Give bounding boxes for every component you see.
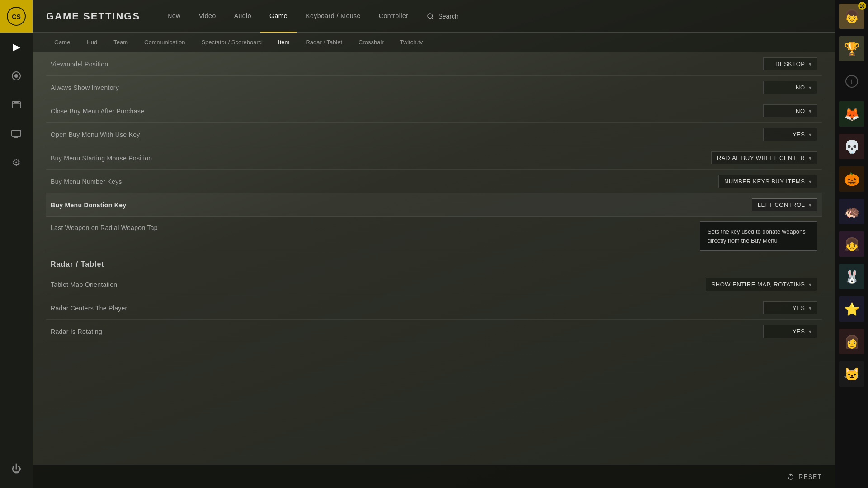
setting-label-number-keys: Buy Menu Number Keys [51,178,122,185]
sidebar-power-icon[interactable]: ⏻ [0,455,33,483]
avatar-8[interactable]: 👧 [835,228,868,260]
reset-button[interactable]: RESET [787,473,822,481]
chevron-down-icon: ▾ [809,328,812,335]
subnav-item[interactable]: Item [270,33,297,52]
setting-close-buy-menu: Close Buy Menu After Purchase NO ▾ [46,99,822,123]
search-label: Search [438,13,458,20]
setting-viewmodel-position: Viewmodel Position DESKTOP ▾ [46,52,822,76]
chevron-down-icon: ▾ [809,108,812,114]
avatar-4[interactable]: 🦊 [835,98,868,130]
svg-rect-4 [12,102,20,108]
reset-icon [787,473,795,481]
search-icon [426,12,434,20]
setting-label-mouse-pos: Buy Menu Starting Mouse Position [51,155,152,162]
chevron-down-icon: ▾ [809,282,812,288]
setting-label-open-buy: Open Buy Menu With Use Key [51,131,140,138]
subnav-spectator[interactable]: Spectator / Scoreboard [193,33,270,52]
avatar-5[interactable]: 💀 [835,130,868,163]
tooltip-donate-weapons: Sets the key used to donate weapons dire… [700,221,817,251]
setting-tablet-map-orientation: Tablet Map Orientation SHOW ENTIRE MAP, … [46,273,822,296]
bottom-bar: RESET [33,465,835,488]
setting-value-inventory[interactable]: NO ▾ [763,81,817,94]
main-content: GAME SETTINGS New Video Audio Game Keybo… [33,0,835,488]
subnav-crosshair[interactable]: Crosshair [350,33,392,52]
sidebar-play-icon[interactable]: ▶ [0,33,33,61]
radar-section-header: Radar / Tablet [46,251,822,273]
setting-value-radar-centers[interactable]: YES ▾ [763,301,817,314]
setting-label-close-buy: Close Buy Menu After Purchase [51,108,144,115]
setting-label-donation-key: Buy Menu Donation Key [51,202,126,209]
setting-label-viewmodel: Viewmodel Position [51,61,108,68]
setting-value-tablet-map[interactable]: SHOW ENTIRE MAP, ROTATING ▾ [706,278,817,291]
nav-video[interactable]: Video [190,0,225,33]
page-title: GAME SETTINGS [46,10,140,22]
svg-point-3 [16,75,17,77]
chevron-down-icon: ▾ [809,178,812,185]
subnav-team[interactable]: Team [105,33,136,52]
avatar-9[interactable]: 🐰 [835,260,868,293]
nav-new[interactable]: New [158,0,190,33]
chevron-down-icon: ▾ [809,202,812,208]
setting-value-mouse-pos[interactable]: RADIAL BUY WHEEL CENTER ▾ [711,151,817,164]
setting-buy-menu-number-keys: Buy Menu Number Keys NUMBER KEYS BUY ITE… [46,170,822,193]
setting-value-close-buy[interactable]: NO ▾ [763,104,817,117]
avatar-6[interactable]: 🎃 [835,163,868,195]
search-bar[interactable]: Search [426,12,458,20]
setting-value-number-keys[interactable]: NUMBER KEYS BUY ITEMS ▾ [718,175,817,188]
setting-label-radar-rotating: Radar Is Rotating [51,328,102,335]
svg-line-11 [432,18,434,19]
chevron-down-icon: ▾ [809,61,812,67]
avatar-badge-1: 10 [858,2,866,10]
subnav-game[interactable]: Game [46,33,78,52]
setting-label-inventory: Always Show Inventory [51,84,119,91]
chevron-down-icon: ▾ [809,305,812,311]
subnav-communication[interactable]: Communication [136,33,193,52]
setting-value-radar-rotating[interactable]: YES ▾ [763,325,817,338]
avatar-12[interactable]: 🐱 [835,358,868,390]
setting-label-tablet-map: Tablet Map Orientation [51,281,117,288]
nav-controller[interactable]: Controller [370,0,418,33]
svg-rect-5 [14,101,19,103]
setting-last-weapon-radial: Last Weapon on Radial Weapon Tap Sets th… [46,217,822,251]
setting-always-show-inventory: Always Show Inventory NO ▾ [46,76,822,99]
subnav-hud[interactable]: Hud [78,33,105,52]
nav-game[interactable]: Game [260,0,297,33]
avatar-1[interactable]: 👦 10 [835,0,868,33]
setting-value-open-buy[interactable]: YES ▾ [763,128,817,141]
svg-point-10 [428,14,433,19]
nav-items: New Video Audio Game Keyboard / Mouse Co… [158,0,822,33]
sidebar-settings-icon[interactable]: ⚙ [0,148,33,177]
settings-area: Viewmodel Position DESKTOP ▾ Always Show… [33,52,835,465]
sub-nav: Game Hud Team Communication Spectator / … [33,33,835,52]
avatar-7[interactable]: 🦔 [835,195,868,228]
avatar-11[interactable]: 👩 [835,325,868,358]
setting-open-buy-menu: Open Buy Menu With Use Key YES ▾ [46,123,822,146]
setting-value-viewmodel[interactable]: DESKTOP ▾ [763,57,817,70]
sidebar-tv-icon[interactable] [0,119,33,148]
setting-radar-rotating: Radar Is Rotating YES ▾ [46,320,822,343]
subnav-radar[interactable]: Radar / Tablet [297,33,350,52]
setting-radar-centers-player: Radar Centers The Player YES ▾ [46,296,822,320]
nav-keyboard-mouse[interactable]: Keyboard / Mouse [297,0,370,33]
top-nav: GAME SETTINGS New Video Audio Game Keybo… [33,0,835,33]
sidebar-radio-icon[interactable] [0,61,33,90]
setting-label-radar-centers: Radar Centers The Player [51,305,127,312]
info-button[interactable]: i [835,65,868,98]
sidebar-inventory-icon[interactable] [0,90,33,119]
csgo-logo[interactable]: CS [0,0,33,33]
chevron-down-icon: ▾ [809,131,812,138]
setting-value-donation-key[interactable]: LEFT CONTROL ▾ [752,198,817,211]
chevron-down-icon: ▾ [809,155,812,161]
setting-label-last-weapon: Last Weapon on Radial Weapon Tap [51,221,158,231]
svg-rect-7 [12,130,21,136]
avatar-10[interactable]: ⭐ [835,293,868,325]
right-sidebar: 👦 10 🏆 i 🦊 💀 🎃 🦔 👧 🐰 ⭐ 👩 🐱 [835,0,868,488]
svg-text:CS: CS [12,13,20,20]
chevron-down-icon: ▾ [809,84,812,91]
nav-audio[interactable]: Audio [225,0,260,33]
info-icon: i [845,75,858,88]
subnav-twitch[interactable]: Twitch.tv [392,33,431,52]
setting-donation-key: Buy Menu Donation Key LEFT CONTROL ▾ [46,193,822,217]
setting-buy-menu-mouse-pos: Buy Menu Starting Mouse Position RADIAL … [46,146,822,170]
avatar-2[interactable]: 🏆 [835,33,868,65]
